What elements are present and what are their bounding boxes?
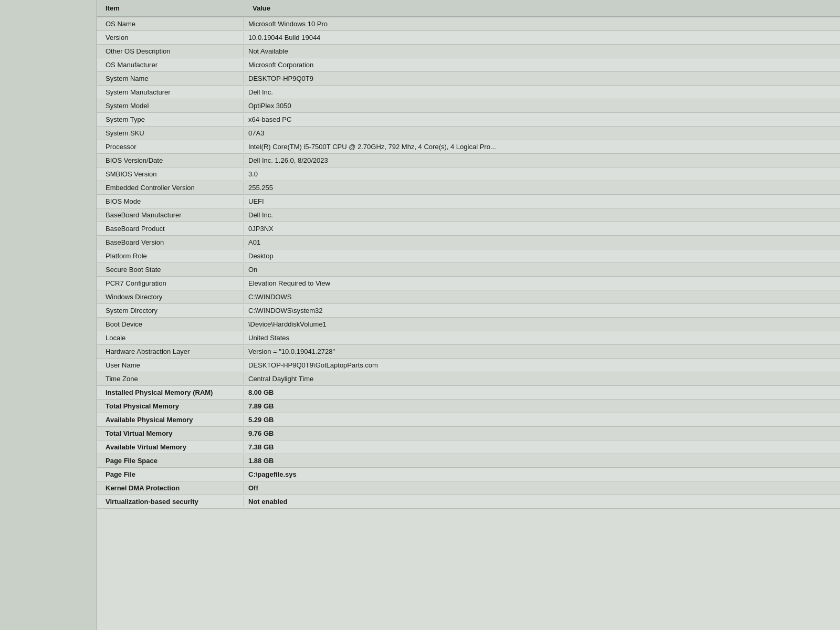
item-cell: System Type: [97, 114, 244, 125]
table-row: Page FileC:\pagefile.sys: [97, 468, 840, 481]
item-cell: Installed Physical Memory (RAM): [97, 387, 244, 398]
value-cell: Elevation Required to View: [244, 278, 840, 289]
value-cell: Intel(R) Core(TM) i5-7500T CPU @ 2.70GHz…: [244, 141, 840, 152]
value-cell: Dell Inc.: [244, 209, 840, 220]
main-container: Item Value OS NameMicrosoft Windows 10 P…: [0, 0, 840, 630]
value-cell: 3.0: [244, 169, 840, 180]
table-row: BIOS Version/DateDell Inc. 1.26.0, 8/20/…: [97, 154, 840, 167]
value-cell: Dell Inc. 1.26.0, 8/20/2023: [244, 155, 840, 166]
item-cell: BaseBoard Product: [97, 223, 244, 234]
item-cell: Available Virtual Memory: [97, 442, 244, 453]
item-cell: SMBIOS Version: [97, 169, 244, 180]
item-cell: User Name: [97, 360, 244, 371]
table-row: System SKU07A3: [97, 127, 840, 140]
value-cell: 10.0.19044 Build 19044: [244, 32, 840, 43]
table-header: Item Value: [97, 0, 840, 17]
table-row: BIOS ModeUEFI: [97, 195, 840, 208]
table-row: Total Physical Memory7.89 GB: [97, 400, 840, 413]
value-cell: 8.00 GB: [244, 387, 840, 398]
table-row: Hardware Abstraction LayerVersion = "10.…: [97, 345, 840, 359]
item-cell: Page File: [97, 469, 244, 480]
item-cell: Boot Device: [97, 319, 244, 330]
table-row: OS ManufacturerMicrosoft Corporation: [97, 58, 840, 72]
item-cell: System SKU: [97, 128, 244, 139]
item-cell: Platform Role: [97, 250, 244, 261]
left-panel: [0, 0, 97, 630]
item-cell: OS Manufacturer: [97, 59, 244, 70]
item-cell: Total Virtual Memory: [97, 428, 244, 439]
table-row: ProcessorIntel(R) Core(TM) i5-7500T CPU …: [97, 140, 840, 154]
value-cell: C:\WINDOWS\system32: [244, 305, 840, 316]
table-body: OS NameMicrosoft Windows 10 ProVersion10…: [97, 17, 840, 509]
value-cell: \Device\HarddiskVolume1: [244, 319, 840, 330]
value-cell: Desktop: [244, 250, 840, 261]
item-cell: BIOS Mode: [97, 196, 244, 207]
table-row: Embedded Controller Version255.255: [97, 181, 840, 195]
system-info-table: Item Value OS NameMicrosoft Windows 10 P…: [97, 0, 840, 509]
value-cell: Dell Inc.: [244, 87, 840, 98]
value-cell: 0JP3NX: [244, 223, 840, 234]
item-cell: Secure Boot State: [97, 264, 244, 275]
table-row: Virtualization-based securityNot enabled: [97, 495, 840, 509]
item-cell: Version: [97, 32, 244, 43]
item-cell: BIOS Version/Date: [97, 155, 244, 166]
value-cell: DESKTOP-HP9Q0T9\GotLaptopParts.com: [244, 360, 840, 371]
item-cell: Locale: [97, 332, 244, 343]
table-row: System NameDESKTOP-HP9Q0T9: [97, 72, 840, 86]
content-area: Item Value OS NameMicrosoft Windows 10 P…: [97, 0, 840, 630]
table-row: PCR7 ConfigurationElevation Required to …: [97, 277, 840, 290]
value-cell: 7.38 GB: [244, 442, 840, 453]
value-cell: OptiPlex 3050: [244, 100, 840, 111]
value-cell: Microsoft Windows 10 Pro: [244, 18, 840, 29]
table-row: SMBIOS Version3.0: [97, 167, 840, 181]
table-row: Available Physical Memory5.29 GB: [97, 413, 840, 427]
item-cell: Virtualization-based security: [97, 496, 244, 507]
table-row: User NameDESKTOP-HP9Q0T9\GotLaptopParts.…: [97, 359, 840, 372]
table-row: System DirectoryC:\WINDOWS\system32: [97, 304, 840, 318]
item-cell: BaseBoard Manufacturer: [97, 209, 244, 220]
item-cell: Page File Space: [97, 455, 244, 466]
value-cell: On: [244, 264, 840, 275]
table-row: Secure Boot StateOn: [97, 263, 840, 277]
value-cell: 7.89 GB: [244, 401, 840, 412]
value-cell: Central Daylight Time: [244, 373, 840, 384]
item-cell: System Manufacturer: [97, 87, 244, 98]
item-cell: Other OS Description: [97, 46, 244, 57]
item-cell: Windows Directory: [97, 291, 244, 302]
table-row: BaseBoard ManufacturerDell Inc.: [97, 208, 840, 222]
item-cell: Time Zone: [97, 373, 244, 384]
value-cell: Version = "10.0.19041.2728": [244, 346, 840, 357]
value-cell: 9.76 GB: [244, 428, 840, 439]
value-cell: 07A3: [244, 128, 840, 139]
item-cell: PCR7 Configuration: [97, 278, 244, 289]
value-cell: Not Available: [244, 46, 840, 57]
value-cell: A01: [244, 237, 840, 248]
item-cell: OS Name: [97, 18, 244, 29]
item-cell: System Model: [97, 100, 244, 111]
item-cell: Hardware Abstraction Layer: [97, 346, 244, 357]
item-cell: Total Physical Memory: [97, 401, 244, 412]
item-cell: Available Physical Memory: [97, 414, 244, 425]
item-cell: System Directory: [97, 305, 244, 316]
value-cell: 255.255: [244, 182, 840, 193]
table-row: Platform RoleDesktop: [97, 249, 840, 263]
item-cell: Processor: [97, 141, 244, 152]
value-cell: United States: [244, 332, 840, 343]
value-cell: x64-based PC: [244, 114, 840, 125]
table-row: System ModelOptiPlex 3050: [97, 99, 840, 113]
value-cell: Not enabled: [244, 496, 840, 507]
item-header: Item: [101, 2, 248, 14]
value-cell: Off: [244, 482, 840, 494]
value-header: Value: [248, 2, 836, 14]
table-row: BaseBoard VersionA01: [97, 236, 840, 249]
item-cell: Embedded Controller Version: [97, 182, 244, 193]
value-cell: UEFI: [244, 196, 840, 207]
item-cell: Kernel DMA Protection: [97, 482, 244, 494]
table-row: Windows DirectoryC:\WINDOWS: [97, 290, 840, 304]
value-cell: 1.88 GB: [244, 455, 840, 466]
table-row: Kernel DMA ProtectionOff: [97, 481, 840, 495]
value-cell: DESKTOP-HP9Q0T9: [244, 73, 840, 84]
table-row: Installed Physical Memory (RAM)8.00 GB: [97, 386, 840, 400]
value-cell: C:\pagefile.sys: [244, 469, 840, 480]
table-row: Total Virtual Memory9.76 GB: [97, 427, 840, 440]
